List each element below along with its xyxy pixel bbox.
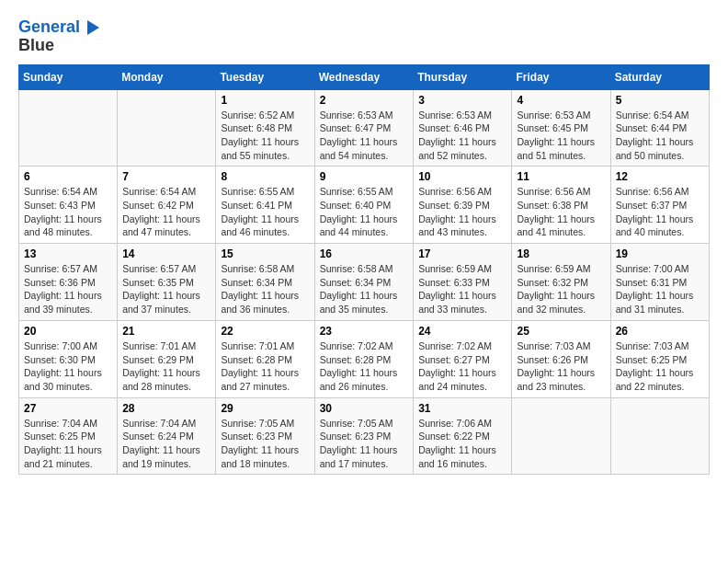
day-info: Sunrise: 6:58 AMSunset: 6:34 PMDaylight:… (320, 262, 409, 316)
day-number: 22 (221, 325, 309, 338)
calendar-cell: 20Sunrise: 7:00 AMSunset: 6:30 PMDayligh… (19, 320, 118, 397)
day-info: Sunrise: 6:54 AMSunset: 6:44 PMDaylight:… (616, 109, 704, 163)
day-info: Sunrise: 7:01 AMSunset: 6:28 PMDaylight:… (221, 339, 309, 394)
calendar-cell: 13Sunrise: 6:57 AMSunset: 6:36 PMDayligh… (19, 244, 118, 321)
logo-blue: Blue (18, 37, 99, 55)
calendar-cell: 19Sunrise: 7:00 AMSunset: 6:31 PMDayligh… (610, 244, 709, 321)
calendar-cell: 18Sunrise: 6:59 AMSunset: 6:32 PMDayligh… (512, 244, 610, 321)
calendar-cell: 25Sunrise: 7:03 AMSunset: 6:26 PMDayligh… (512, 320, 610, 397)
logo: General Blue (18, 18, 99, 55)
week-row-5: 27Sunrise: 7:04 AMSunset: 6:25 PMDayligh… (19, 397, 710, 475)
day-number: 23 (320, 325, 409, 338)
page-header: General Blue (18, 18, 710, 55)
day-number: 21 (122, 325, 210, 338)
calendar-cell: 22Sunrise: 7:01 AMSunset: 6:28 PMDayligh… (216, 320, 314, 397)
day-info: Sunrise: 7:02 AMSunset: 6:28 PMDaylight:… (320, 339, 409, 394)
calendar-header-row: SundayMondayTuesdayWednesdayThursdayFrid… (19, 64, 710, 89)
day-number: 13 (24, 247, 112, 260)
day-number: 17 (418, 247, 506, 260)
header-friday: Friday (512, 64, 610, 89)
header-thursday: Thursday (414, 64, 512, 89)
day-info: Sunrise: 6:53 AMSunset: 6:47 PMDaylight:… (320, 109, 409, 163)
day-number: 27 (24, 402, 112, 415)
logo-text: General (18, 18, 99, 37)
calendar-cell: 3Sunrise: 6:53 AMSunset: 6:46 PMDaylight… (414, 89, 512, 167)
calendar-cell (512, 397, 610, 475)
day-number: 29 (221, 402, 309, 415)
calendar-cell: 15Sunrise: 6:58 AMSunset: 6:34 PMDayligh… (216, 244, 314, 321)
day-info: Sunrise: 6:55 AMSunset: 6:41 PMDaylight:… (221, 185, 309, 239)
day-info: Sunrise: 6:52 AMSunset: 6:48 PMDaylight:… (221, 109, 309, 163)
day-number: 7 (122, 170, 210, 183)
day-number: 10 (418, 170, 506, 183)
week-row-1: 1Sunrise: 6:52 AMSunset: 6:48 PMDaylight… (19, 89, 710, 167)
calendar-cell: 26Sunrise: 7:03 AMSunset: 6:25 PMDayligh… (610, 320, 709, 397)
calendar-cell: 21Sunrise: 7:01 AMSunset: 6:29 PMDayligh… (118, 320, 216, 397)
day-info: Sunrise: 7:05 AMSunset: 6:23 PMDaylight:… (221, 417, 309, 471)
day-info: Sunrise: 6:53 AMSunset: 6:46 PMDaylight:… (418, 109, 506, 163)
week-row-2: 6Sunrise: 6:54 AMSunset: 6:43 PMDaylight… (19, 167, 710, 244)
calendar-cell: 9Sunrise: 6:55 AMSunset: 6:40 PMDaylight… (314, 167, 414, 244)
calendar-table: SundayMondayTuesdayWednesdayThursdayFrid… (18, 64, 710, 476)
calendar-cell: 16Sunrise: 6:58 AMSunset: 6:34 PMDayligh… (314, 244, 414, 321)
calendar-cell: 30Sunrise: 7:05 AMSunset: 6:23 PMDayligh… (314, 397, 414, 475)
calendar-cell: 29Sunrise: 7:05 AMSunset: 6:23 PMDayligh… (216, 397, 314, 475)
day-number: 16 (320, 247, 409, 260)
header-tuesday: Tuesday (216, 64, 314, 89)
calendar-cell: 12Sunrise: 6:56 AMSunset: 6:37 PMDayligh… (610, 167, 709, 244)
day-number: 25 (517, 325, 605, 338)
day-info: Sunrise: 7:05 AMSunset: 6:23 PMDaylight:… (320, 417, 409, 471)
day-number: 24 (418, 325, 506, 338)
calendar-cell: 11Sunrise: 6:56 AMSunset: 6:38 PMDayligh… (512, 167, 610, 244)
day-number: 28 (122, 402, 210, 415)
day-number: 18 (517, 247, 605, 260)
calendar-cell (610, 397, 709, 475)
day-info: Sunrise: 7:00 AMSunset: 6:31 PMDaylight:… (616, 262, 704, 316)
day-number: 3 (418, 94, 506, 107)
header-sunday: Sunday (19, 64, 118, 89)
day-number: 20 (24, 325, 112, 338)
day-number: 5 (616, 94, 704, 107)
day-info: Sunrise: 6:59 AMSunset: 6:33 PMDaylight:… (418, 262, 506, 316)
day-info: Sunrise: 7:02 AMSunset: 6:27 PMDaylight:… (418, 339, 506, 394)
day-info: Sunrise: 6:58 AMSunset: 6:34 PMDaylight:… (221, 262, 309, 316)
calendar-cell: 23Sunrise: 7:02 AMSunset: 6:28 PMDayligh… (314, 320, 414, 397)
calendar-cell: 1Sunrise: 6:52 AMSunset: 6:48 PMDaylight… (216, 89, 314, 167)
day-info: Sunrise: 6:57 AMSunset: 6:36 PMDaylight:… (24, 262, 112, 316)
calendar-cell: 14Sunrise: 6:57 AMSunset: 6:35 PMDayligh… (118, 244, 216, 321)
week-row-3: 13Sunrise: 6:57 AMSunset: 6:36 PMDayligh… (19, 244, 710, 321)
calendar-cell: 24Sunrise: 7:02 AMSunset: 6:27 PMDayligh… (414, 320, 512, 397)
day-number: 9 (320, 170, 409, 183)
calendar-cell: 31Sunrise: 7:06 AMSunset: 6:22 PMDayligh… (414, 397, 512, 475)
header-wednesday: Wednesday (314, 64, 414, 89)
day-number: 1 (221, 94, 309, 107)
day-info: Sunrise: 6:56 AMSunset: 6:39 PMDaylight:… (418, 185, 506, 239)
day-info: Sunrise: 6:57 AMSunset: 6:35 PMDaylight:… (122, 262, 210, 316)
day-info: Sunrise: 7:01 AMSunset: 6:29 PMDaylight:… (122, 339, 210, 394)
day-info: Sunrise: 7:06 AMSunset: 6:22 PMDaylight:… (418, 417, 506, 471)
day-number: 11 (517, 170, 605, 183)
day-info: Sunrise: 6:56 AMSunset: 6:37 PMDaylight:… (616, 185, 704, 239)
day-number: 6 (24, 170, 112, 183)
day-number: 8 (221, 170, 309, 183)
calendar-cell (19, 89, 118, 167)
calendar-cell (118, 89, 216, 167)
day-info: Sunrise: 6:53 AMSunset: 6:45 PMDaylight:… (517, 109, 605, 163)
day-info: Sunrise: 6:59 AMSunset: 6:32 PMDaylight:… (517, 262, 605, 316)
day-info: Sunrise: 6:56 AMSunset: 6:38 PMDaylight:… (517, 185, 605, 239)
day-number: 26 (616, 325, 704, 338)
day-number: 2 (320, 94, 409, 107)
calendar-cell: 27Sunrise: 7:04 AMSunset: 6:25 PMDayligh… (19, 397, 118, 475)
day-number: 12 (616, 170, 704, 183)
day-info: Sunrise: 6:55 AMSunset: 6:40 PMDaylight:… (320, 185, 409, 239)
day-number: 19 (616, 247, 704, 260)
day-info: Sunrise: 7:04 AMSunset: 6:25 PMDaylight:… (24, 417, 112, 471)
calendar-cell: 5Sunrise: 6:54 AMSunset: 6:44 PMDaylight… (610, 89, 709, 167)
day-info: Sunrise: 7:03 AMSunset: 6:26 PMDaylight:… (517, 339, 605, 394)
day-number: 14 (122, 247, 210, 260)
day-info: Sunrise: 7:04 AMSunset: 6:24 PMDaylight:… (122, 417, 210, 471)
day-number: 30 (320, 402, 409, 415)
day-info: Sunrise: 7:03 AMSunset: 6:25 PMDaylight:… (616, 339, 704, 394)
calendar-cell: 6Sunrise: 6:54 AMSunset: 6:43 PMDaylight… (19, 167, 118, 244)
week-row-4: 20Sunrise: 7:00 AMSunset: 6:30 PMDayligh… (19, 320, 710, 397)
